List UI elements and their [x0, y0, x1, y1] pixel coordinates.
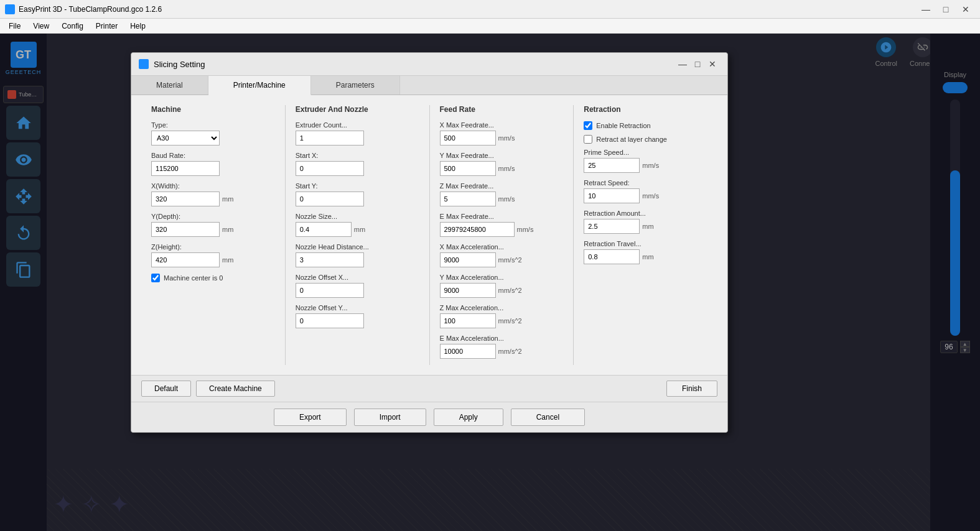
retract-amount-input[interactable]	[584, 219, 640, 234]
baud-rate-row	[151, 161, 275, 176]
z-max-feedrate-label: Z Max Feedrate...	[440, 182, 564, 190]
maximize-button[interactable]: □	[936, 3, 955, 16]
x-max-accel-input[interactable]	[440, 252, 496, 267]
retract-speed-input[interactable]	[584, 188, 640, 203]
baud-rate-input[interactable]	[151, 161, 220, 176]
x-width-unit: mm	[222, 195, 233, 203]
menu-help[interactable]: Help	[124, 21, 152, 32]
tab-material[interactable]: Material	[131, 76, 208, 95]
retract-travel-input[interactable]	[584, 249, 640, 264]
retract-travel-field-group: Retraction Travel... mm	[584, 240, 707, 264]
default-button[interactable]: Default	[141, 381, 191, 397]
z-max-feedrate-row: mm/s	[440, 192, 564, 206]
nozzle-size-input[interactable]	[296, 222, 352, 237]
start-y-input[interactable]	[296, 192, 364, 206]
retraction-section-title: Retraction	[584, 105, 707, 114]
tab-parameters[interactable]: Parameters	[311, 76, 400, 95]
cancel-button[interactable]: Cancel	[511, 409, 585, 426]
dialog-body: Machine Type: A30 Baud Rate:	[131, 95, 727, 375]
dialog-maximize-button[interactable]: □	[690, 58, 705, 70]
z-max-accel-row: mm/s^2	[440, 313, 564, 328]
machine-center-checkbox[interactable]	[151, 274, 160, 282]
retract-layer-checkbox[interactable]	[584, 135, 592, 144]
prime-speed-field-group: Prime Speed... mm/s	[584, 149, 707, 173]
window-controls: — □ ✕	[917, 3, 975, 16]
slicing-dialog: Slicing Setting — □ ✕ Material Printer/M…	[131, 52, 728, 433]
retract-speed-row: mm/s	[584, 188, 707, 203]
start-x-row	[296, 161, 419, 176]
menu-printer[interactable]: Printer	[90, 21, 124, 32]
machine-section-title: Machine	[151, 105, 275, 114]
y-max-accel-row: mm/s^2	[440, 283, 564, 298]
apply-button[interactable]: Apply	[434, 409, 503, 426]
z-max-feedrate-input[interactable]	[440, 192, 496, 206]
x-width-input[interactable]	[151, 192, 220, 206]
menu-view[interactable]: View	[27, 21, 55, 32]
dialog-title: Slicing Setting	[154, 60, 675, 69]
e-max-feedrate-input[interactable]	[440, 222, 515, 237]
minimize-button[interactable]: —	[917, 3, 935, 16]
retract-speed-unit: mm/s	[642, 192, 659, 200]
close-button[interactable]: ✕	[956, 3, 975, 16]
x-max-accel-field-group: X Max Acceleration... mm/s^2	[440, 243, 564, 267]
menu-file[interactable]: File	[2, 21, 27, 32]
finish-button[interactable]: Finish	[666, 381, 717, 397]
start-x-label: Start X:	[296, 152, 419, 159]
z-height-field-group: Z(Height): mm	[151, 243, 275, 267]
e-max-accel-unit: mm/s^2	[498, 348, 522, 355]
create-machine-button[interactable]: Create Machine	[196, 381, 275, 397]
type-label: Type:	[151, 121, 275, 129]
extruder-count-row	[296, 131, 419, 145]
dialog-minimize-button[interactable]: —	[675, 58, 690, 70]
nozzle-offset-x-row	[296, 283, 419, 298]
nozzle-offset-y-input[interactable]	[296, 313, 364, 328]
x-max-feedrate-input[interactable]	[440, 131, 496, 145]
extruder-count-input[interactable]	[296, 131, 364, 145]
export-button[interactable]: Export	[274, 409, 347, 426]
machine-section: Machine Type: A30 Baud Rate:	[141, 105, 286, 365]
y-max-feedrate-label: Y Max Feedrate...	[440, 152, 564, 159]
x-width-row: mm	[151, 192, 275, 206]
type-select[interactable]: A30	[151, 131, 220, 145]
nozzle-size-field-group: Nozzle Size... mm	[296, 213, 419, 237]
y-depth-unit: mm	[222, 226, 233, 233]
e-max-accel-field-group: E Max Acceleration... mm/s^2	[440, 335, 564, 359]
y-depth-label: Y(Depth):	[151, 213, 275, 220]
app-title: EasyPrint 3D - TubeClampRound.gco 1.2.6	[19, 5, 917, 14]
app-icon	[5, 4, 15, 14]
dialog-close-button[interactable]: ✕	[705, 58, 720, 70]
nozzle-offset-x-label: Nozzle Offset X...	[296, 274, 419, 281]
dialog-actions: Export Import Apply Cancel	[131, 402, 727, 432]
menu-config[interactable]: Config	[55, 21, 90, 32]
retract-amount-unit: mm	[642, 223, 653, 230]
prime-speed-input[interactable]	[584, 158, 640, 173]
z-max-feedrate-field-group: Z Max Feedrate... mm/s	[440, 182, 564, 206]
enable-retraction-row: Enable Retraction	[584, 121, 707, 130]
tab-printer-machine[interactable]: Printer/Machine	[208, 76, 311, 95]
y-depth-input[interactable]	[151, 222, 220, 237]
dialog-footer: Default Create Machine Finish	[131, 375, 727, 402]
e-max-accel-input[interactable]	[440, 344, 496, 359]
e-max-feedrate-unit: mm/s	[517, 226, 534, 233]
nozzle-size-row: mm	[296, 222, 419, 237]
machine-center-label: Machine center is 0	[164, 274, 223, 282]
nozzle-offset-x-input[interactable]	[296, 283, 364, 298]
feedrate-section-title: Feed Rate	[440, 105, 564, 114]
import-button[interactable]: Import	[354, 409, 426, 426]
z-height-input[interactable]	[151, 252, 220, 267]
z-max-feedrate-unit: mm/s	[498, 195, 515, 203]
x-width-field-group: X(Width): mm	[151, 182, 275, 206]
x-max-accel-unit: mm/s^2	[498, 256, 522, 264]
nozzle-offset-x-field-group: Nozzle Offset X...	[296, 274, 419, 298]
dialog-tabs: Material Printer/Machine Parameters	[131, 76, 727, 95]
y-max-accel-input[interactable]	[440, 283, 496, 298]
enable-retraction-checkbox[interactable]	[584, 121, 592, 130]
start-x-input[interactable]	[296, 161, 364, 176]
y-max-feedrate-input[interactable]	[440, 161, 496, 176]
start-y-label: Start Y:	[296, 182, 419, 190]
z-max-accel-input[interactable]	[440, 313, 496, 328]
title-bar: EasyPrint 3D - TubeClampRound.gco 1.2.6 …	[0, 0, 980, 19]
nozzle-head-dist-input[interactable]	[296, 252, 364, 267]
x-max-feedrate-unit: mm/s	[498, 134, 515, 142]
retract-travel-row: mm	[584, 249, 707, 264]
